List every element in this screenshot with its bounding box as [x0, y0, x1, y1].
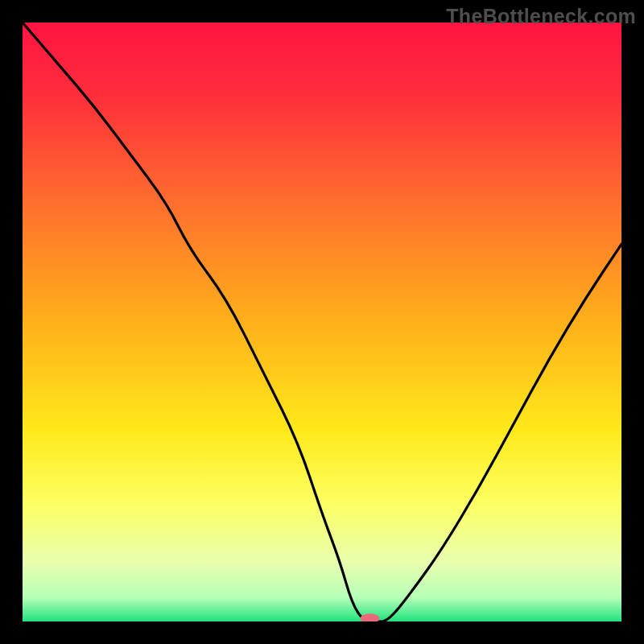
watermark-text: TheBottleneck.com — [446, 5, 636, 28]
chart-svg — [23, 23, 621, 621]
gradient-background — [23, 23, 621, 621]
chart-frame: TheBottleneck.com — [0, 0, 644, 644]
plot-area — [23, 23, 621, 621]
